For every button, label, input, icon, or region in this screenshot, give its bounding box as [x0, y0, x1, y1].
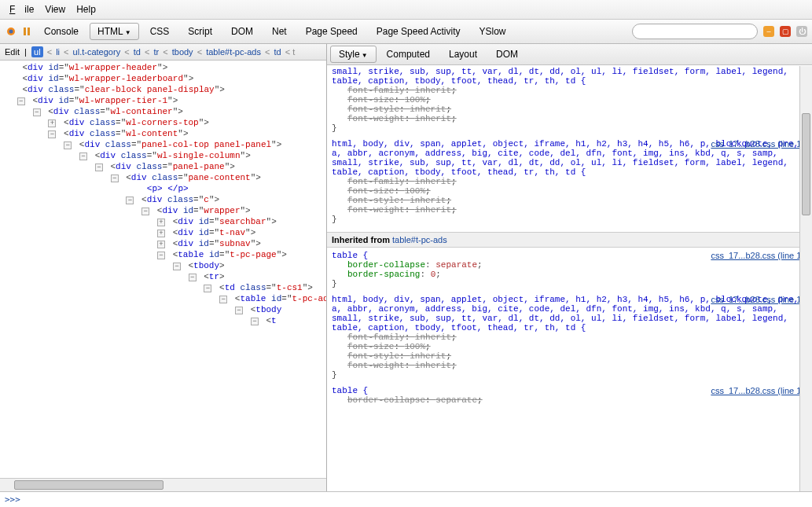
- content: Edit | ul < li < ul.t-category < td < tr…: [0, 44, 812, 491]
- twisty-icon[interactable]: −: [204, 285, 211, 292]
- svg-rect-3: [28, 28, 30, 35]
- dom-node[interactable]: + <div class="wl-corners-top">: [2, 117, 326, 128]
- firebug-icon[interactable]: [5, 25, 17, 38]
- tab-yslow[interactable]: YSlow: [471, 23, 513, 40]
- search-input[interactable]: [632, 24, 758, 39]
- inherit-link[interactable]: table#t-pc-ads: [392, 235, 447, 244]
- dom-node[interactable]: − <div class="pane-content">: [2, 172, 326, 183]
- breadcrumb-item[interactable]: td: [274, 47, 281, 57]
- command-line[interactable]: >>>: [0, 491, 812, 507]
- svg-rect-2: [24, 28, 26, 35]
- twisty-icon[interactable]: −: [219, 296, 227, 303]
- css-rule[interactable]: css_17...b28.css (line 1)html, body, div…: [332, 139, 807, 229]
- css-rule[interactable]: small, strike, sub, sup, tt, var, dl, dt…: [332, 67, 807, 138]
- twisty-icon[interactable]: −: [126, 197, 134, 204]
- subtab-dom[interactable]: DOM: [487, 46, 527, 63]
- minimize-button[interactable]: –: [763, 26, 774, 37]
- twisty-icon[interactable]: −: [111, 175, 119, 182]
- subtab-computed[interactable]: Computed: [378, 46, 439, 63]
- breadcrumb-item[interactable]: ul: [31, 46, 43, 57]
- html-panel: Edit | ul < li < ul.t-category < td < tr…: [0, 44, 327, 491]
- twisty-icon[interactable]: −: [235, 307, 243, 314]
- twisty-icon[interactable]: −: [189, 274, 197, 281]
- tab-pagespeed[interactable]: Page Speed: [298, 23, 366, 40]
- dom-node[interactable]: − <tr>: [2, 271, 326, 282]
- dom-node[interactable]: − <div class="panel-pane">: [2, 161, 326, 172]
- breadcrumb-item[interactable]: tr: [153, 47, 159, 57]
- dom-node[interactable]: − <div class="c">: [2, 194, 326, 205]
- breadcrumb-item[interactable]: tbody: [172, 47, 193, 57]
- css-source-link[interactable]: css_17...b28.css (line 1): [711, 139, 804, 149]
- breadcrumb-item[interactable]: ul.t-category: [73, 47, 121, 57]
- dom-node[interactable]: <p> </p>: [2, 183, 326, 194]
- subtab-layout[interactable]: Layout: [440, 46, 486, 63]
- twisty-icon[interactable]: −: [64, 141, 72, 149]
- dom-node[interactable]: − <div class="wl-single-column">: [2, 150, 326, 161]
- menu-file[interactable]: File: [5, 2, 39, 17]
- tab-dom[interactable]: DOM: [223, 23, 261, 40]
- pause-icon[interactable]: [20, 25, 33, 38]
- css-rule[interactable]: css_17...b28.css (line 1)html, body, div…: [332, 295, 807, 384]
- popout-button[interactable]: ▢: [780, 26, 791, 37]
- twisty-icon[interactable]: −: [95, 163, 103, 171]
- dom-node[interactable]: − <tbody: [2, 304, 326, 315]
- dom-node[interactable]: − <div id="wl-wrapper-tier-1">: [2, 95, 326, 106]
- close-button[interactable]: ⏻: [796, 26, 807, 37]
- dom-node[interactable]: − <div class="panel-col-top panel-panel"…: [2, 139, 326, 150]
- tab-pagespeed-activity[interactable]: Page Speed Activity: [369, 23, 468, 40]
- h-scrollbar[interactable]: [0, 478, 326, 491]
- tab-html[interactable]: HTML▼: [90, 23, 139, 40]
- css-rule[interactable]: css_17...b28.css (line 1)table {border-c…: [332, 386, 807, 410]
- dom-node[interactable]: − <table id="t-pc-ads" c="": [2, 293, 326, 304]
- dom-node[interactable]: <div id="wl-wrapper-leaderboard">: [2, 73, 326, 84]
- side-tabs: Style▼ Computed Layout DOM: [327, 44, 812, 65]
- breadcrumb-item[interactable]: td: [134, 47, 141, 57]
- dom-node[interactable]: − <div id="wrapper">: [2, 205, 326, 216]
- css-rules[interactable]: small, strike, sub, sup, tt, var, dl, dt…: [327, 65, 812, 491]
- dom-node[interactable]: <div id="wl-wrapper-header">: [2, 62, 326, 73]
- dom-node[interactable]: − <t: [2, 315, 326, 326]
- menu-help[interactable]: Help: [72, 2, 101, 17]
- twisty-icon[interactable]: −: [173, 263, 181, 270]
- twisty-icon[interactable]: +: [157, 219, 165, 226]
- dom-node[interactable]: − <div class="wl-content">: [2, 128, 326, 139]
- menu-view[interactable]: View: [40, 2, 70, 17]
- twisty-icon[interactable]: −: [141, 208, 149, 215]
- dom-node[interactable]: − <td class="t-cs1">: [2, 282, 326, 293]
- tab-net[interactable]: Net: [264, 23, 295, 40]
- dom-node[interactable]: + <div id="t-nav">: [2, 227, 326, 238]
- css-source-link[interactable]: css_17...b28.css (line 1): [711, 295, 804, 304]
- tab-css[interactable]: CSS: [142, 23, 178, 40]
- dom-node[interactable]: − <tbody>: [2, 260, 326, 271]
- dom-node[interactable]: − <table id="t-pc-page">: [2, 249, 326, 260]
- v-scrollbar-right[interactable]: [799, 66, 812, 491]
- chevron-down-icon: ▼: [362, 52, 368, 59]
- tab-console[interactable]: Console: [36, 23, 86, 40]
- twisty-icon[interactable]: −: [48, 130, 56, 138]
- twisty-icon[interactable]: −: [157, 252, 165, 259]
- css-source-link[interactable]: css_17...b28.css (line 1): [711, 386, 804, 395]
- twisty-icon[interactable]: −: [79, 152, 87, 160]
- twisty-icon[interactable]: −: [17, 97, 25, 105]
- dom-node[interactable]: + <div id="searchbar">: [2, 216, 326, 227]
- breadcrumb-item[interactable]: li: [56, 47, 60, 57]
- dom-node[interactable]: − <div class="wl-container">: [2, 106, 326, 117]
- edit-button[interactable]: Edit: [5, 47, 20, 57]
- twisty-icon[interactable]: +: [157, 241, 165, 248]
- dom-node[interactable]: <div class="clear-block panel-display">: [2, 84, 326, 95]
- twisty-icon[interactable]: +: [48, 119, 56, 127]
- css-source-link[interactable]: css_17...b28.css (line 1): [711, 251, 804, 260]
- twisty-icon[interactable]: −: [33, 108, 41, 116]
- dom-node[interactable]: + <div id="subnav">: [2, 238, 326, 249]
- menubar: File View Help: [0, 0, 812, 20]
- twisty-icon[interactable]: −: [251, 318, 259, 325]
- toolbar: Console HTML▼ CSS Script DOM Net Page Sp…: [0, 20, 812, 44]
- subtab-style[interactable]: Style▼: [330, 46, 377, 63]
- dom-tree[interactable]: <div id="wl-wrapper-header"> <div id="wl…: [0, 61, 326, 478]
- breadcrumb-item[interactable]: table#t-pc-ads: [206, 47, 261, 57]
- style-panel: Style▼ Computed Layout DOM small, strike…: [327, 44, 812, 491]
- twisty-icon[interactable]: +: [157, 230, 165, 237]
- tab-script[interactable]: Script: [180, 23, 220, 40]
- svg-point-1: [9, 30, 13, 34]
- css-rule[interactable]: css_17...b28.css (line 1)table {border-c…: [332, 251, 807, 293]
